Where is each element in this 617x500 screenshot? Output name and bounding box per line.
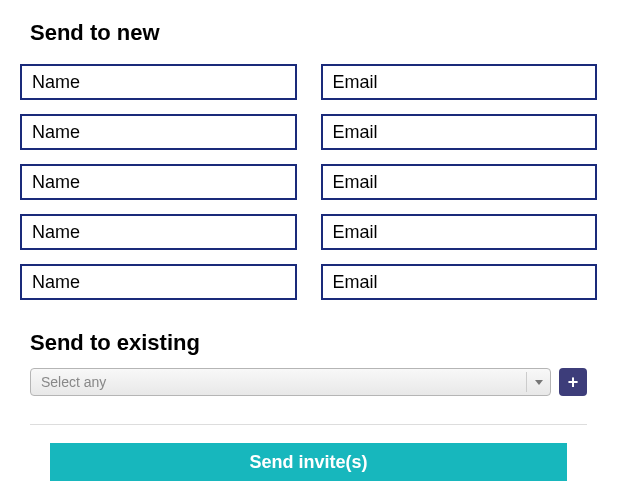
name-input[interactable] [20, 114, 297, 150]
submit-row: Send invite(s) [20, 443, 597, 481]
plus-icon: + [568, 373, 579, 391]
send-to-new-heading: Send to new [30, 20, 597, 46]
chevron-down-icon [526, 372, 546, 392]
name-input[interactable] [20, 64, 297, 100]
send-to-existing-section: Send to existing Select any + Send invit… [20, 330, 597, 481]
recipient-row [20, 264, 597, 300]
recipient-row [20, 214, 597, 250]
add-existing-button[interactable]: + [559, 368, 587, 396]
email-input[interactable] [321, 214, 598, 250]
recipient-row [20, 164, 597, 200]
email-input[interactable] [321, 264, 598, 300]
send-to-existing-heading: Send to existing [30, 330, 597, 356]
name-input[interactable] [20, 264, 297, 300]
send-to-new-section: Send to new [20, 20, 597, 300]
existing-select-row: Select any + [20, 368, 597, 396]
select-placeholder: Select any [41, 374, 106, 390]
name-input[interactable] [20, 214, 297, 250]
divider [30, 424, 587, 425]
new-recipient-rows [20, 64, 597, 300]
send-invites-button[interactable]: Send invite(s) [50, 443, 567, 481]
existing-select[interactable]: Select any [30, 368, 551, 396]
recipient-row [20, 114, 597, 150]
recipient-row [20, 64, 597, 100]
email-input[interactable] [321, 164, 598, 200]
name-input[interactable] [20, 164, 297, 200]
email-input[interactable] [321, 114, 598, 150]
email-input[interactable] [321, 64, 598, 100]
